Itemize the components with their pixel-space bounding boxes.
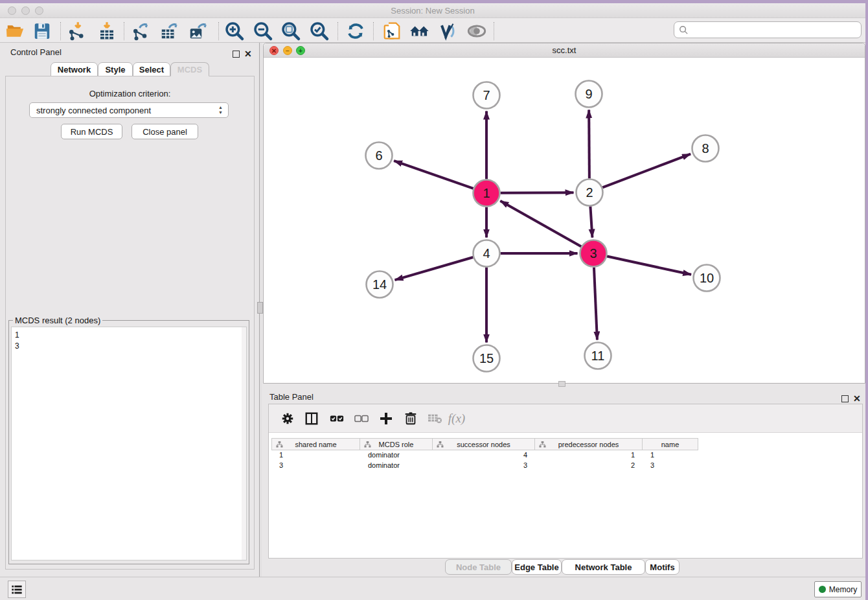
cell-predecessor-nodes[interactable]: 2 bbox=[535, 461, 643, 471]
memory-label: Memory bbox=[829, 585, 857, 594]
network-view-window: ✕ − + scc.txt 7968124314101511 bbox=[263, 43, 865, 384]
tab-select[interactable]: Select bbox=[133, 62, 170, 76]
select-stepper-icon: ▲▼ bbox=[218, 105, 223, 115]
graph-node-label: 9 bbox=[585, 87, 592, 101]
export-table-icon[interactable] bbox=[157, 21, 181, 41]
table-row[interactable]: 1 dominator 4 1 1 bbox=[271, 450, 698, 461]
tab-edge-table[interactable]: Edge Table bbox=[512, 559, 562, 575]
graph-node-label: 10 bbox=[700, 271, 714, 285]
delete-column-icon[interactable] bbox=[400, 408, 421, 429]
column-header-predecessor-nodes[interactable]: predecessor nodes bbox=[535, 438, 643, 450]
panel-splitter-handle[interactable] bbox=[257, 302, 263, 314]
show-column-panel-icon[interactable] bbox=[301, 408, 322, 429]
column-type-icon bbox=[437, 441, 444, 448]
graph-node-label: 8 bbox=[702, 141, 709, 156]
graph-edge-3-1[interactable] bbox=[500, 201, 581, 246]
cell-name[interactable]: 3 bbox=[643, 461, 698, 471]
graph-node-label: 6 bbox=[375, 148, 382, 163]
import-table-icon[interactable] bbox=[95, 21, 119, 41]
graph-edge-1-2[interactable] bbox=[500, 192, 573, 193]
table-panel-float-icon[interactable] bbox=[841, 395, 849, 402]
table-panel-close-icon[interactable]: ✕ bbox=[853, 393, 861, 404]
zoom-fit-icon[interactable] bbox=[279, 21, 303, 41]
tab-network-table[interactable]: Network Table bbox=[562, 559, 645, 575]
close-panel-button[interactable]: Close panel bbox=[131, 124, 198, 139]
criterion-select[interactable]: strongly connected component ▲▼ bbox=[29, 102, 229, 118]
graph-edge-1-6[interactable] bbox=[394, 161, 474, 189]
memory-button[interactable]: Memory bbox=[814, 581, 862, 597]
tab-node-table[interactable]: Node Table bbox=[445, 559, 512, 575]
window-title: Session: New Session bbox=[0, 6, 865, 16]
node-table[interactable]: shared name MCDS role successor nodes pr… bbox=[271, 438, 698, 471]
select-all-icon[interactable] bbox=[326, 408, 347, 429]
zoom-in-icon[interactable] bbox=[223, 21, 246, 41]
tab-motifs[interactable]: Motifs bbox=[645, 559, 680, 575]
cell-mcds-role[interactable]: dominator bbox=[360, 450, 433, 461]
table-header-row: shared name MCDS role successor nodes pr… bbox=[271, 438, 698, 450]
graph-edge-2-3[interactable] bbox=[590, 206, 592, 237]
export-image-icon[interactable] bbox=[186, 21, 209, 41]
tab-network[interactable]: Network bbox=[51, 62, 98, 76]
save-session-icon[interactable] bbox=[30, 21, 54, 41]
cell-mcds-role[interactable]: dominator bbox=[360, 461, 433, 471]
control-panel-close-icon[interactable]: ✕ bbox=[244, 49, 252, 59]
cell-shared-name[interactable]: 3 bbox=[271, 461, 360, 471]
column-header-successor-nodes[interactable]: successor nodes bbox=[433, 438, 535, 450]
control-panel-title: Control Panel bbox=[10, 47, 62, 57]
memory-status-icon bbox=[819, 586, 826, 593]
column-header-mcds-role[interactable]: MCDS role bbox=[360, 438, 433, 450]
table-panel-body: f(x) shared name MCDS role successor nod… bbox=[268, 404, 863, 559]
graph-edge-3-10[interactable] bbox=[607, 257, 691, 275]
first-neighbors-icon[interactable] bbox=[408, 21, 431, 41]
create-column-icon[interactable] bbox=[376, 408, 396, 429]
zoom-out-icon[interactable] bbox=[251, 21, 275, 41]
run-mcds-button[interactable]: Run MCDS bbox=[61, 124, 122, 139]
refresh-icon[interactable] bbox=[344, 21, 367, 41]
graph-node-label: 7 bbox=[483, 88, 490, 102]
open-session-icon[interactable] bbox=[3, 21, 27, 41]
export-network-icon[interactable] bbox=[130, 21, 153, 41]
optimization-criterion-label: Optimization criterion: bbox=[5, 89, 255, 98]
function-builder-icon[interactable]: f(x) bbox=[446, 408, 467, 429]
zoom-selected-icon[interactable] bbox=[308, 21, 331, 41]
search-input[interactable] bbox=[689, 25, 861, 35]
graph-edge-2-9[interactable] bbox=[589, 110, 589, 178]
table-settings-icon[interactable] bbox=[277, 408, 298, 429]
import-network-icon[interactable] bbox=[65, 21, 89, 41]
column-header-name[interactable]: name bbox=[643, 438, 698, 450]
graph-edge-2-8[interactable] bbox=[602, 154, 691, 188]
app-window: Session: New Session bbox=[0, 3, 865, 600]
tab-style[interactable]: Style bbox=[98, 62, 133, 76]
deselect-all-icon[interactable] bbox=[351, 408, 372, 429]
table-splitter-handle[interactable] bbox=[558, 381, 565, 387]
delete-table-icon[interactable] bbox=[424, 408, 445, 429]
show-hide-icon[interactable] bbox=[465, 21, 488, 41]
column-header-shared-name[interactable]: shared name bbox=[271, 438, 360, 450]
graph-node-label: 11 bbox=[591, 349, 605, 363]
cell-predecessor-nodes[interactable]: 1 bbox=[535, 450, 643, 461]
graph-node-label: 14 bbox=[372, 277, 387, 292]
task-history-button[interactable] bbox=[8, 581, 26, 598]
vizmapper-toggle-icon[interactable] bbox=[437, 21, 460, 41]
tab-mcds[interactable]: MCDS bbox=[170, 62, 209, 76]
graph-node-label: 1 bbox=[483, 186, 490, 200]
control-panel-float-icon[interactable] bbox=[233, 51, 240, 58]
column-type-icon bbox=[539, 441, 546, 448]
column-type-icon bbox=[276, 441, 283, 448]
cell-successor-nodes[interactable]: 4 bbox=[433, 450, 535, 461]
result-scrollbar[interactable] bbox=[242, 327, 246, 560]
mcds-result-title: MCDS result (2 nodes) bbox=[13, 316, 102, 325]
mcds-result-text[interactable]: 1 3 bbox=[11, 327, 247, 560]
cell-name[interactable]: 1 bbox=[643, 450, 698, 461]
clone-network-icon[interactable] bbox=[380, 21, 404, 41]
cell-successor-nodes[interactable]: 3 bbox=[433, 461, 535, 471]
graph-node-label: 2 bbox=[586, 185, 593, 200]
titlebar: Session: New Session bbox=[0, 3, 865, 18]
network-canvas[interactable]: 7968124314101511 bbox=[264, 58, 865, 384]
cell-shared-name[interactable]: 1 bbox=[271, 450, 360, 461]
graph-edge-3-11[interactable] bbox=[594, 267, 597, 340]
graph-edge-4-14[interactable] bbox=[395, 257, 474, 280]
table-toolbar: f(x) bbox=[269, 404, 862, 433]
table-row[interactable]: 3 dominator 3 2 3 bbox=[271, 461, 698, 471]
search-field[interactable] bbox=[674, 21, 862, 38]
